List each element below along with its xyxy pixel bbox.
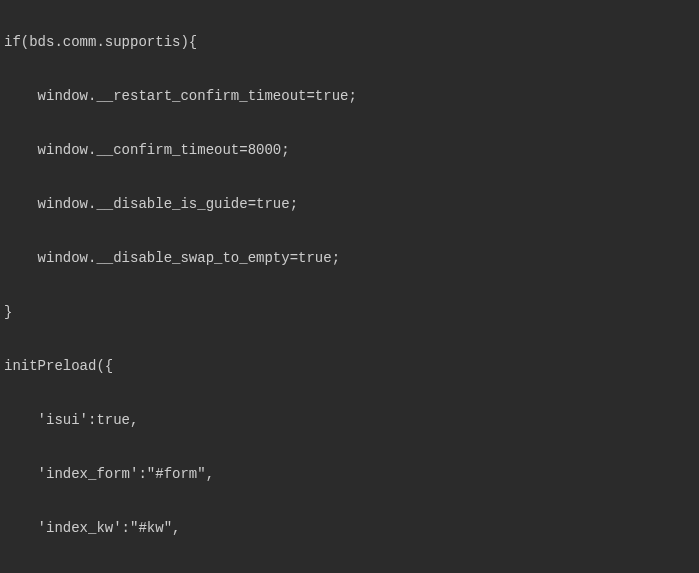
code-line: window.__disable_is_guide=true; — [4, 191, 699, 218]
code-line: if(bds.comm.supportis){ — [4, 29, 699, 56]
code-line: window.__confirm_timeout=8000; — [4, 137, 699, 164]
code-block: if(bds.comm.supportis){ window.__restart… — [0, 0, 699, 573]
code-line: } — [4, 299, 699, 326]
code-line: initPreload({ — [4, 353, 699, 380]
code-line: 'index_kw':"#kw", — [4, 515, 699, 542]
code-line: 'index_form':"#form", — [4, 461, 699, 488]
code-line: window.__disable_swap_to_empty=true; — [4, 245, 699, 272]
code-line: 'result_form':"#form", — [4, 569, 699, 573]
code-line: 'isui':true, — [4, 407, 699, 434]
code-line: window.__restart_confirm_timeout=true; — [4, 83, 699, 110]
